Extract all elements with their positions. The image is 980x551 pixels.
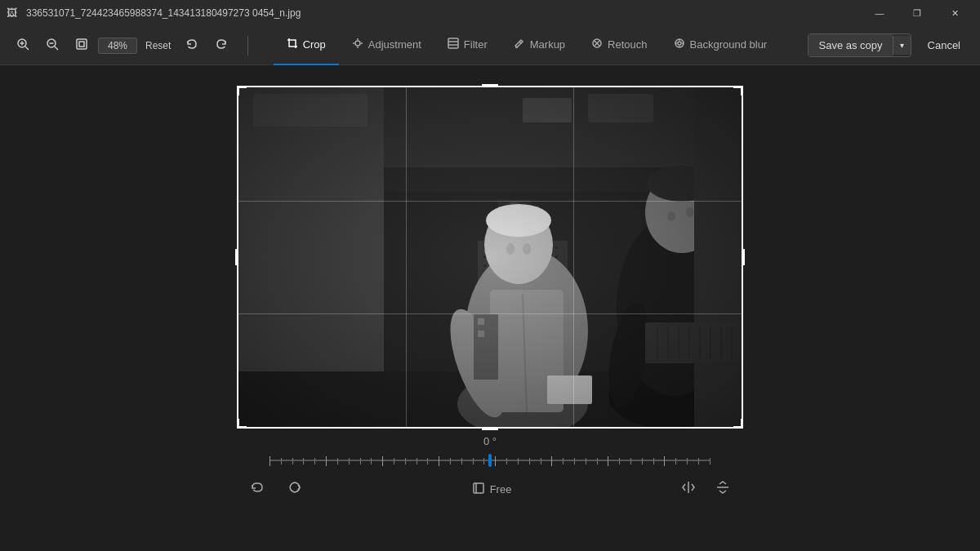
zoom-out-icon xyxy=(46,38,59,53)
flip-horizontal-button[interactable] xyxy=(676,477,701,501)
bottom-controls: 0 ° xyxy=(0,429,980,514)
rotation-tick xyxy=(586,458,586,464)
rotation-tick xyxy=(281,458,282,464)
zoom-out-button[interactable] xyxy=(39,33,65,59)
close-button[interactable]: ✕ xyxy=(936,0,973,26)
grid-line-h1 xyxy=(238,201,742,202)
rotation-tick xyxy=(473,458,474,464)
svg-line-17 xyxy=(519,42,521,43)
toolbar-left: 48% Reset xyxy=(10,33,234,59)
grid-line-v2 xyxy=(573,87,574,427)
rotation-tick xyxy=(653,458,654,464)
flip-vertical-icon xyxy=(715,480,730,498)
crop-handle-top-right[interactable] xyxy=(733,86,743,96)
rotation-tick xyxy=(698,458,699,464)
bottom-toolbar-right xyxy=(676,477,735,501)
rotation-tick xyxy=(518,458,519,464)
flip-vertical-button[interactable] xyxy=(710,477,735,501)
tab-retouch[interactable]: Retouch xyxy=(578,26,660,65)
markup-icon xyxy=(514,38,525,51)
tab-markup-label: Markup xyxy=(530,38,565,51)
rotation-tick xyxy=(642,458,643,464)
bottom-toolbar-left xyxy=(245,477,307,501)
rotation-tick xyxy=(495,456,496,466)
adjustment-icon xyxy=(352,38,363,51)
fit-view-button[interactable] xyxy=(69,33,95,59)
rotation-tick xyxy=(450,458,451,464)
grid-line-h2 xyxy=(238,313,742,314)
svg-point-23 xyxy=(678,42,681,45)
rotation-tick xyxy=(574,458,575,464)
titlebar-controls: — ❐ ✕ xyxy=(861,0,973,26)
tab-crop[interactable]: Crop xyxy=(274,26,339,65)
rotation-tick xyxy=(675,458,676,464)
image-container[interactable] xyxy=(237,86,743,429)
tab-retouch-label: Retouch xyxy=(608,38,647,51)
grid-line-v1 xyxy=(406,87,407,427)
crop-handle-bottom-left[interactable] xyxy=(237,419,247,429)
tab-filter-label: Filter xyxy=(464,38,488,51)
rotation-tick xyxy=(349,458,350,464)
aspect-ratio-button[interactable] xyxy=(283,477,307,501)
rotation-tick xyxy=(427,458,428,464)
crop-overlay[interactable] xyxy=(237,86,743,429)
zoom-in-button[interactable] xyxy=(10,33,36,59)
nav-tabs: Crop Adjustment xyxy=(255,26,798,65)
crop-handle-top[interactable] xyxy=(482,84,498,87)
maximize-button[interactable]: ❐ xyxy=(898,0,936,26)
redo-button[interactable] xyxy=(208,33,234,59)
crop-handle-top-left[interactable] xyxy=(237,86,247,96)
fit-view-icon xyxy=(75,38,88,53)
save-copy-dropdown-button[interactable]: ▾ xyxy=(893,36,911,55)
reset-button[interactable]: Reset xyxy=(140,37,176,55)
tab-background-blur[interactable]: Background blur xyxy=(661,26,781,65)
chevron-down-icon: ▾ xyxy=(900,41,904,50)
titlebar: 🖼 336531071_724423465988374_143413180497… xyxy=(0,0,980,26)
rotation-track xyxy=(270,460,710,461)
crop-handle-left[interactable] xyxy=(235,249,238,265)
rotation-tick xyxy=(619,458,620,464)
tab-adjustment[interactable]: Adjustment xyxy=(339,26,434,65)
save-copy-button[interactable]: Save as copy xyxy=(808,34,892,56)
aspect-ratio-icon xyxy=(287,480,302,498)
crop-mode-icon xyxy=(472,482,485,497)
tab-background-blur-label: Background blur xyxy=(690,38,768,51)
cancel-button[interactable]: Cancel xyxy=(918,34,970,56)
redo-icon xyxy=(215,38,228,53)
rotation-tick xyxy=(394,458,394,464)
reset-rotation-button[interactable] xyxy=(245,477,270,501)
zoom-in-icon xyxy=(16,38,29,53)
rotation-thumb[interactable] xyxy=(488,454,492,467)
rotation-tick xyxy=(461,458,462,464)
tab-adjustment-label: Adjustment xyxy=(368,38,421,51)
flip-horizontal-icon xyxy=(681,480,696,498)
rotation-tick xyxy=(314,458,315,464)
tab-filter[interactable]: Filter xyxy=(434,26,501,65)
rotation-tick xyxy=(563,458,564,464)
svg-point-9 xyxy=(355,41,360,46)
crop-handle-bottom[interactable] xyxy=(482,427,498,430)
svg-rect-7 xyxy=(77,39,87,49)
save-copy-group: Save as copy ▾ xyxy=(808,33,911,57)
crop-grid xyxy=(238,87,742,427)
svg-rect-8 xyxy=(79,42,84,47)
toolbar-right: Save as copy ▾ Cancel xyxy=(808,33,970,57)
rotation-tick xyxy=(292,458,293,464)
undo-button[interactable] xyxy=(179,33,205,59)
svg-rect-14 xyxy=(448,38,458,48)
reset-rotation-icon xyxy=(250,480,265,498)
tab-crop-label: Crop xyxy=(303,38,326,51)
minimize-button[interactable]: — xyxy=(861,0,898,26)
toolbar-divider xyxy=(247,36,248,56)
rotation-tick xyxy=(270,456,270,466)
crop-handle-bottom-right[interactable] xyxy=(733,419,743,429)
rotation-tick xyxy=(506,458,507,464)
tab-markup[interactable]: Markup xyxy=(501,26,578,65)
rotation-tick xyxy=(687,458,688,464)
filter-icon xyxy=(448,38,459,51)
crop-handle-right[interactable] xyxy=(742,249,745,265)
svg-line-5 xyxy=(55,47,58,50)
app-icon: 🖼 xyxy=(7,7,20,20)
rotation-slider-container[interactable] xyxy=(270,454,710,467)
zoom-level: 48% xyxy=(98,38,137,54)
